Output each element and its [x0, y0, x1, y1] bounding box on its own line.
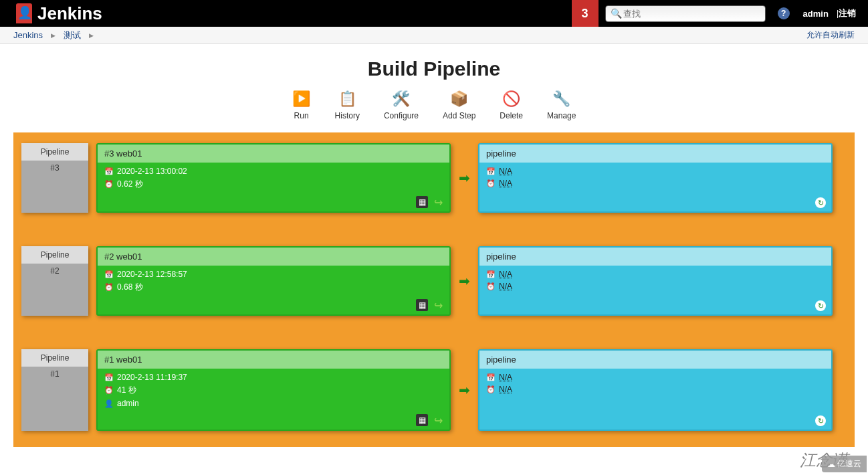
- downstream-card[interactable]: pipeline 📅N/A ⏰N/A ↻: [478, 349, 833, 431]
- downstream-card[interactable]: pipeline 📅N/A ⏰N/A ↻: [478, 143, 833, 213]
- rerun-icon[interactable]: ↪: [432, 196, 444, 208]
- calendar-icon: 📅: [486, 270, 496, 279]
- downstream-duration: ⏰N/A: [486, 179, 825, 188]
- build-card[interactable]: #3 web01 📅2020-2-13 13:00:02 ⏰0.62 秒 ▦ ↪: [96, 143, 451, 213]
- clock-icon: ⏰: [104, 180, 114, 189]
- build-user: 👤admin: [104, 399, 443, 408]
- arrow-right-icon: ➡: [459, 170, 470, 186]
- refresh-icon[interactable]: ↻: [815, 197, 826, 208]
- pipeline-row: Pipeline #2 #2 web01 📅2020-2-13 12:58:57…: [21, 246, 847, 316]
- search-input[interactable]: [605, 5, 766, 22]
- calendar-icon: 📅: [104, 167, 114, 176]
- calendar-icon: 📅: [486, 167, 496, 176]
- pipeline-number: #3: [21, 161, 88, 175]
- user-link[interactable]: admin: [803, 9, 829, 19]
- run-button[interactable]: ▶️Run: [292, 90, 311, 120]
- console-icon[interactable]: ▦: [416, 414, 428, 426]
- logo-text: Jenkins: [37, 3, 102, 24]
- clock-icon: ⏰: [486, 282, 496, 291]
- downstream-date: 📅N/A: [486, 167, 825, 176]
- downstream-card[interactable]: pipeline 📅N/A ⏰N/A ↻: [478, 246, 833, 316]
- build-card[interactable]: #2 web01 📅2020-2-13 12:58:57 ⏰0.68 秒 ▦ ↪: [96, 246, 451, 316]
- add-step-button[interactable]: 📦Add Step: [443, 90, 475, 120]
- jenkins-logo[interactable]: Jenkins: [16, 3, 102, 24]
- build-duration: ⏰41 秒: [104, 385, 443, 396]
- jenkins-icon: [16, 3, 32, 23]
- notification-badge[interactable]: 3: [572, 0, 599, 27]
- delete-button[interactable]: 🚫Delete: [500, 90, 523, 120]
- build-card[interactable]: #1 web01 📅2020-2-13 11:19:37 ⏰41 秒 👤admi…: [96, 349, 451, 431]
- build-duration: ⏰0.68 秒: [104, 282, 443, 293]
- configure-icon: 🛠️: [392, 90, 411, 108]
- downstream-duration: ⏰N/A: [486, 282, 825, 291]
- build-date: 📅2020-2-13 13:00:02: [104, 167, 443, 176]
- build-title: #1 web01: [98, 351, 449, 369]
- run-icon: ▶️: [292, 90, 311, 108]
- console-icon[interactable]: ▦: [416, 196, 428, 208]
- help-icon[interactable]: ?: [778, 7, 790, 19]
- pipeline-area: Pipeline #3 #3 web01 📅2020-2-13 13:00:02…: [13, 132, 855, 447]
- page-title: Build Pipeline: [0, 58, 868, 80]
- pipeline-row: Pipeline #1 #1 web01 📅2020-2-13 11:19:37…: [21, 349, 847, 431]
- toolbar: ▶️Run 📋History 🛠️Configure 📦Add Step 🚫De…: [0, 90, 868, 120]
- pipeline-label-head: Pipeline: [21, 143, 88, 161]
- search-icon: 🔍: [611, 8, 622, 19]
- clock-icon: ⏰: [104, 386, 114, 395]
- arrow-right-icon: ➡: [459, 273, 470, 289]
- chevron-right-icon: ▶: [51, 32, 56, 39]
- pipeline-label: Pipeline #1: [21, 349, 88, 431]
- pipeline-label-head: Pipeline: [21, 246, 88, 264]
- calendar-icon: 📅: [104, 373, 114, 382]
- breadcrumb-item[interactable]: Jenkins: [13, 30, 43, 40]
- configure-button[interactable]: 🛠️Configure: [384, 90, 419, 120]
- manage-button[interactable]: 🔧Manage: [547, 90, 576, 120]
- refresh-icon[interactable]: ↻: [815, 300, 826, 311]
- downstream-title: pipeline: [479, 248, 831, 266]
- clock-icon: ⏰: [486, 385, 496, 394]
- downstream-date: 📅N/A: [486, 373, 825, 382]
- arrow-right-icon: ➡: [459, 382, 470, 398]
- build-title: #2 web01: [98, 248, 449, 266]
- calendar-icon: 📅: [486, 373, 496, 382]
- manage-icon: 🔧: [552, 90, 571, 108]
- user-icon: 👤: [104, 399, 114, 408]
- header: Jenkins 3 🔍 ? admin | 注销: [0, 0, 868, 27]
- rerun-icon[interactable]: ↪: [432, 414, 444, 426]
- pipeline-label: Pipeline #3: [21, 143, 88, 213]
- chevron-right-icon: ▶: [89, 32, 94, 39]
- build-title: #3 web01: [98, 145, 449, 163]
- breadcrumb-item[interactable]: 测试: [64, 29, 81, 41]
- refresh-icon[interactable]: ↻: [815, 415, 826, 426]
- pipeline-label: Pipeline #2: [21, 246, 88, 316]
- clock-icon: ⏰: [104, 283, 114, 292]
- pipeline-row: Pipeline #3 #3 web01 📅2020-2-13 13:00:02…: [21, 143, 847, 213]
- build-date: 📅2020-2-13 11:19:37: [104, 373, 443, 382]
- history-icon: 📋: [338, 90, 356, 108]
- auto-refresh-link[interactable]: 允许自动刷新: [806, 29, 855, 41]
- pipeline-label-head: Pipeline: [21, 349, 88, 367]
- breadcrumb: Jenkins ▶ 测试 ▶ 允许自动刷新: [0, 27, 868, 44]
- downstream-title: pipeline: [479, 145, 831, 163]
- build-duration: ⏰0.62 秒: [104, 179, 443, 190]
- delete-icon: 🚫: [502, 90, 521, 108]
- downstream-date: 📅N/A: [486, 270, 825, 279]
- console-icon[interactable]: ▦: [416, 299, 428, 311]
- downstream-duration: ⏰N/A: [486, 385, 825, 394]
- rerun-icon[interactable]: ↪: [432, 299, 444, 311]
- pipeline-number: #2: [21, 264, 88, 278]
- clock-icon: ⏰: [486, 179, 496, 188]
- pipeline-number: #1: [21, 367, 88, 381]
- add-step-icon: 📦: [450, 90, 469, 108]
- search-wrap: 🔍: [605, 5, 766, 22]
- downstream-title: pipeline: [479, 351, 831, 369]
- logout-link[interactable]: 注销: [839, 7, 856, 19]
- history-button[interactable]: 📋History: [335, 90, 360, 120]
- build-date: 📅2020-2-13 12:58:57: [104, 270, 443, 279]
- calendar-icon: 📅: [104, 270, 114, 279]
- cloud-logo: ☁ 亿速云: [822, 456, 867, 460]
